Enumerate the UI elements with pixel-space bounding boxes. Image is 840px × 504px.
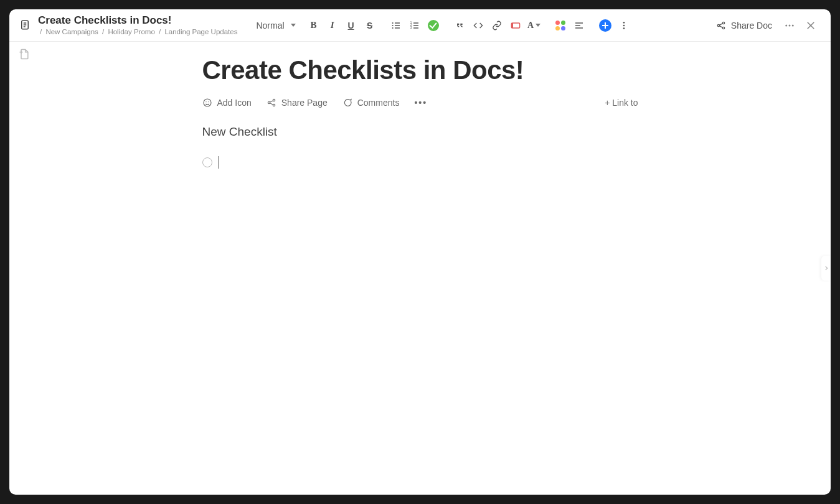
page-add-icon [18,48,31,60]
svg-line-43 [270,103,273,105]
doc-window: Create Checklists in Docs! / New Campaig… [9,9,831,495]
comment-icon [342,98,352,108]
share-doc-button[interactable]: Share Doc [711,17,777,34]
chevron-right-icon [823,264,829,273]
svg-point-36 [204,99,211,106]
share-page-button[interactable]: Share Page [267,98,328,108]
page-title[interactable]: Create Checklists in Docs! [202,55,638,85]
strikethrough-button[interactable]: S [362,17,378,34]
svg-line-28 [719,26,722,27]
plus-circle-icon [599,19,611,32]
svg-point-6 [392,27,393,29]
toolbar-more-button[interactable] [616,17,632,34]
svg-line-27 [719,23,722,25]
color-dots-icon [555,21,565,30]
svg-point-22 [623,24,625,26]
header-bar: Create Checklists in Docs! / New Campaig… [9,9,831,42]
chevron-down-icon [291,24,296,27]
format-toolbar: Normal B I U S 1 2 3 [250,17,631,34]
numbered-list-button[interactable]: 1 2 3 [407,17,423,34]
comments-button[interactable]: Comments [342,98,400,108]
more-vertical-icon [619,21,629,30]
text-color-label: A [527,21,534,30]
section-heading[interactable]: New Checklist [202,125,638,139]
more-horizontal-icon [784,20,795,31]
bulleted-list-button[interactable] [388,17,404,34]
close-button[interactable] [802,17,819,34]
underline-button[interactable]: U [343,17,359,34]
svg-rect-17 [511,23,513,28]
share-doc-label: Share Doc [731,21,772,30]
svg-line-42 [270,101,273,103]
text-cursor [219,156,219,169]
bold-button[interactable]: B [306,17,322,34]
comments-label: Comments [357,98,400,108]
code-button[interactable] [470,17,486,34]
text-color-button[interactable]: A [526,17,542,34]
doc-icon [18,18,32,32]
share-icon [267,98,276,108]
side-panel-toggle[interactable] [821,256,831,281]
italic-button[interactable]: I [324,17,341,34]
link-to-button[interactable]: + Link to [605,98,638,108]
code-icon [473,21,483,30]
svg-point-29 [785,24,787,26]
add-icon-label: Add Icon [217,98,252,108]
share-icon [716,21,726,30]
banner-icon [511,21,521,30]
doc-more-button[interactable] [781,17,798,34]
numbered-list-icon: 1 2 3 [410,21,420,30]
svg-point-37 [205,101,206,102]
share-page-label: Share Page [281,98,328,108]
svg-point-31 [792,24,794,26]
link-icon [492,21,502,30]
svg-point-5 [392,25,393,26]
breadcrumb: / New Campaigns / Holiday Promo / Landin… [38,28,237,36]
align-left-icon [574,21,584,30]
svg-point-21 [623,22,625,24]
chevron-down-icon [536,24,540,27]
quote-button[interactable] [451,17,468,34]
header-right-actions: Share Doc [711,17,819,34]
doc-title-block: Create Checklists in Docs! / New Campaig… [18,15,237,35]
svg-point-38 [208,101,209,102]
page-more-button[interactable]: ••• [414,98,427,108]
checklist-checkbox[interactable] [202,157,212,167]
breadcrumb-item[interactable]: Holiday Promo [108,28,154,35]
svg-text:3: 3 [410,26,412,29]
doc-title[interactable]: Create Checklists in Docs! [38,15,237,27]
link-button[interactable] [489,17,505,34]
paragraph-style-label: Normal [256,21,284,30]
doc-content: Create Checklists in Docs! Add Icon Shar… [202,42,638,194]
insert-button[interactable] [597,17,613,34]
more-horizontal-icon: ••• [414,98,427,108]
add-icon-button[interactable]: Add Icon [202,98,252,108]
check-circle-icon [428,20,439,31]
breadcrumb-item[interactable]: Landing Page Updates [164,28,237,35]
svg-point-4 [392,22,393,24]
checklist-item[interactable] [202,156,638,169]
svg-point-23 [623,27,625,29]
outline-toggle[interactable] [18,48,32,62]
color-palette-button[interactable] [552,17,569,34]
bulleted-list-icon [391,21,401,30]
banner-button[interactable] [507,17,524,34]
checklist-button[interactable] [425,17,441,34]
close-icon [805,20,816,31]
smile-icon [202,98,212,108]
quote-icon [455,21,465,30]
doc-body: Create Checklists in Docs! Add Icon Shar… [9,42,831,495]
paragraph-style-select[interactable]: Normal [250,18,299,33]
breadcrumb-item[interactable]: New Campaigns [45,28,98,35]
page-action-row: Add Icon Share Page Comments ••• [202,98,638,108]
svg-point-30 [789,24,791,26]
align-button[interactable] [571,17,587,34]
